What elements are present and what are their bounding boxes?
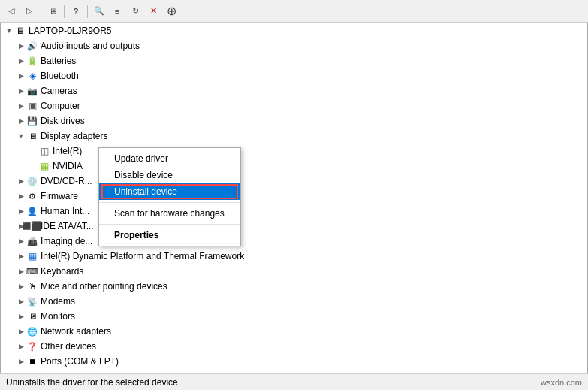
ctx-disable-device[interactable]: Disable device <box>99 167 240 183</box>
tree-item-bluetooth[interactable]: ▶ Bluetooth <box>1 68 587 83</box>
dvd-label: DVD/CD-R... <box>41 176 92 186</box>
humanint-icon <box>26 205 38 217</box>
tree-item-nvidia[interactable]: ▶ NVIDIA <box>1 159 587 174</box>
tree-item-computer[interactable]: ▶ Computer <box>1 98 587 113</box>
tree-item-ideata[interactable]: ▶ ⬛ IDE ATA/AT... <box>1 219 587 234</box>
tree-item-dvd[interactable]: ▶ DVD/CD-R... <box>1 174 587 189</box>
audio-label: Audio inputs and outputs <box>41 41 140 51</box>
tree-item-intelplatform[interactable]: ▶ Intel(R) Dynamic Platform and Thermal … <box>1 249 587 264</box>
tree-item-ports[interactable]: ▶ Ports (COM & LPT) <box>1 354 587 369</box>
mice-expand-icon[interactable]: ▶ <box>16 281 26 292</box>
tree-item-keyboards[interactable]: ▶ Keyboards <box>1 264 587 279</box>
tree-item-modems[interactable]: ▶ Modems <box>1 294 587 309</box>
bluetooth-icon <box>26 70 38 82</box>
root-computer-icon: 🖥 <box>14 25 26 37</box>
disk-expand-icon[interactable]: ▶ <box>16 116 26 126</box>
otherdevices-expand-icon[interactable]: ▶ <box>16 341 26 352</box>
nvidia-icon <box>38 160 50 172</box>
network-expand-icon[interactable]: ▶ <box>16 326 26 337</box>
ideata-label: IDE ATA/AT... <box>41 221 94 231</box>
intelplatform-label: Intel(R) Dynamic Platform and Thermal Fr… <box>41 251 244 262</box>
ports-expand-icon[interactable]: ▶ <box>16 356 26 367</box>
tree-item-network[interactable]: ▶ Network adapters <box>1 324 587 339</box>
imaging-expand-icon[interactable]: ▶ <box>16 236 26 246</box>
intelplatform-expand-icon[interactable]: ▶ <box>16 251 26 262</box>
audio-expand-icon[interactable]: ▶ <box>16 41 26 51</box>
monitors-expand-icon[interactable]: ▶ <box>16 311 26 322</box>
toolbar-separator-1 <box>41 5 41 18</box>
disk-icon <box>26 115 38 127</box>
modems-expand-icon[interactable]: ▶ <box>16 296 26 307</box>
tree-item-monitors[interactable]: ▶ Monitors <box>1 309 587 324</box>
firmware-icon <box>26 190 38 202</box>
batteries-expand-icon[interactable]: ▶ <box>16 56 26 66</box>
display-expand-icon[interactable]: ▼ <box>16 131 26 141</box>
tree-item-audio[interactable]: ▶ Audio inputs and outputs <box>1 38 587 53</box>
tree-item-mice[interactable]: ▶ Mice and other pointing devices <box>1 279 587 294</box>
scan-hardware-button[interactable]: 🔍 <box>91 3 107 20</box>
update-driver-toolbar-button[interactable]: ↻ <box>127 3 143 20</box>
tree-item-intel[interactable]: ▶ Intel(R) <box>1 144 587 159</box>
intel-chip-icon <box>38 145 50 157</box>
printqueues-icon <box>26 370 38 373</box>
ctx-uninstall-device[interactable]: Uninstall device <box>99 183 240 200</box>
tree-item-batteries[interactable]: ▶ Batteries <box>1 53 587 68</box>
tree-item-printqueues[interactable]: ▶ Print queues <box>1 369 587 373</box>
computer-manager-button[interactable]: 🖥 <box>44 3 61 20</box>
intel-label: Intel(R) <box>53 146 82 156</box>
network-label: Network adapters <box>41 326 111 337</box>
tree-item-humanint[interactable]: ▶ Human Int... <box>1 204 587 219</box>
tree-item-cameras[interactable]: ▶ Cameras <box>1 83 587 98</box>
monitors-label: Monitors <box>41 311 75 322</box>
dvd-icon <box>26 175 38 187</box>
battery-icon <box>26 55 38 67</box>
tree-item-firmware[interactable]: ▶ Firmware <box>1 189 587 204</box>
keyboards-expand-icon[interactable]: ▶ <box>16 266 26 277</box>
imaging-icon <box>26 235 38 247</box>
tree-item-otherdevices[interactable]: ▶ Other devices <box>1 339 587 354</box>
nvidia-label: NVIDIA <box>53 161 83 171</box>
bluetooth-expand-icon[interactable]: ▶ <box>16 71 26 81</box>
tree-item-imaging[interactable]: ▶ Imaging de... <box>1 234 587 249</box>
cameras-expand-icon[interactable]: ▶ <box>16 86 26 96</box>
main-area: ▼ 🖥 LAPTOP-0LJR9OR5 ▶ Audio inputs and o… <box>0 23 588 373</box>
displayadapters-label: Display adapters <box>41 131 107 141</box>
help-button[interactable]: ? <box>68 3 84 20</box>
uninstall-toolbar-button[interactable]: ✕ <box>145 3 161 20</box>
ctx-scan-hardware[interactable]: Scan for hardware changes <box>99 205 240 222</box>
ideata-icon: ⬛ <box>26 220 38 232</box>
forward-button[interactable]: ▷ <box>21 3 38 20</box>
ctx-separator-2 <box>99 224 240 225</box>
statusbar-watermark: wsxdn.com <box>541 378 582 387</box>
camera-icon <box>26 85 38 97</box>
computer-expand-icon[interactable]: ▶ <box>16 101 26 111</box>
mice-label: Mice and other pointing devices <box>41 281 167 292</box>
printqueues-expand-icon[interactable]: ▶ <box>16 371 26 373</box>
device-tree[interactable]: ▼ 🖥 LAPTOP-0LJR9OR5 ▶ Audio inputs and o… <box>0 23 588 373</box>
ctx-properties[interactable]: Properties <box>99 227 240 243</box>
back-button[interactable]: ◁ <box>3 3 20 20</box>
add-hardware-button[interactable]: ⊕ <box>163 3 179 20</box>
modems-label: Modems <box>41 296 75 307</box>
mice-icon <box>26 280 38 292</box>
otherdevices-icon <box>26 340 38 352</box>
firmware-label: Firmware <box>41 191 78 201</box>
tree-item-displayadapters[interactable]: ▼ Display adapters <box>1 128 587 144</box>
tree-item-diskdrives[interactable]: ▶ Disk drives <box>1 113 587 128</box>
ctx-update-driver[interactable]: Update driver <box>99 150 240 167</box>
display-icon <box>26 130 38 142</box>
firmware-expand-icon[interactable]: ▶ <box>16 191 26 201</box>
humanint-expand-icon[interactable]: ▶ <box>16 206 26 216</box>
monitors-icon <box>26 310 38 322</box>
printqueues-label: Print queues <box>41 371 91 373</box>
network-icon <box>26 325 38 337</box>
tree-root[interactable]: ▼ 🖥 LAPTOP-0LJR9OR5 <box>1 23 587 38</box>
cameras-label: Cameras <box>41 86 77 96</box>
properties-toolbar-button[interactable]: ≡ <box>109 3 125 20</box>
dvd-expand-icon[interactable]: ▶ <box>16 176 26 186</box>
computer-label: Computer <box>41 101 80 111</box>
root-expand-icon[interactable]: ▼ <box>4 26 14 36</box>
ports-icon <box>26 355 38 367</box>
keyboards-label: Keyboards <box>41 266 83 277</box>
diskdrives-label: Disk drives <box>41 116 85 126</box>
